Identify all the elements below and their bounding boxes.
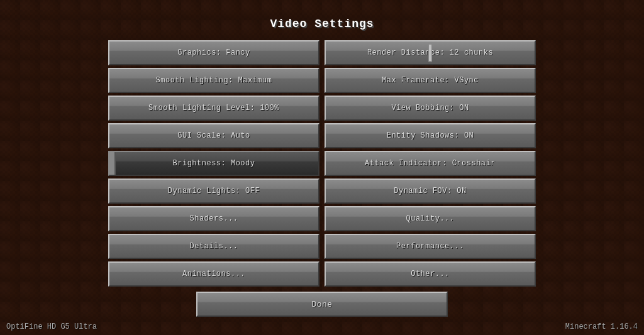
left-setting-btn-6[interactable]: Shaders... — [108, 206, 319, 231]
left-setting-btn-7[interactable]: Details... — [108, 234, 319, 259]
right-setting-btn-3[interactable]: Entity Shadows: ON — [325, 123, 536, 148]
left-setting-btn-4[interactable]: Brightness: Moody — [108, 151, 319, 176]
right-setting-btn-5[interactable]: Dynamic FOV: ON — [325, 178, 536, 204]
right-setting-btn-8[interactable]: Other... — [325, 261, 536, 287]
right-setting-btn-2[interactable]: View Bobbing: ON — [325, 96, 536, 121]
left-setting-btn-5[interactable]: Dynamic Lights: OFF — [108, 178, 319, 204]
bottom-area: Done — [196, 292, 448, 317]
page-title: Video Settings — [270, 18, 374, 30]
right-column: Render Distance: 12 chunksMax Framerate:… — [325, 40, 536, 287]
left-setting-btn-8[interactable]: Animations... — [108, 261, 319, 287]
left-column: Graphics: FancySmooth Lighting: MaximumS… — [108, 40, 319, 287]
right-setting-btn-0[interactable]: Render Distance: 12 chunks — [325, 40, 536, 65]
right-setting-btn-1[interactable]: Max Framerate: VSync — [325, 68, 536, 93]
settings-grid: Graphics: FancySmooth Lighting: MaximumS… — [108, 40, 536, 287]
right-setting-btn-7[interactable]: Performance... — [325, 234, 536, 259]
left-setting-btn-0[interactable]: Graphics: Fancy — [108, 40, 319, 65]
left-setting-btn-2[interactable]: Smooth Lighting Level: 100% — [108, 96, 319, 121]
right-setting-btn-4[interactable]: Attack Indicator: Crosshair — [325, 151, 536, 176]
left-setting-btn-1[interactable]: Smooth Lighting: Maximum — [108, 68, 319, 93]
done-button[interactable]: Done — [196, 292, 448, 317]
left-setting-btn-3[interactable]: GUI Scale: Auto — [108, 123, 319, 148]
right-setting-btn-6[interactable]: Quality... — [325, 206, 536, 231]
